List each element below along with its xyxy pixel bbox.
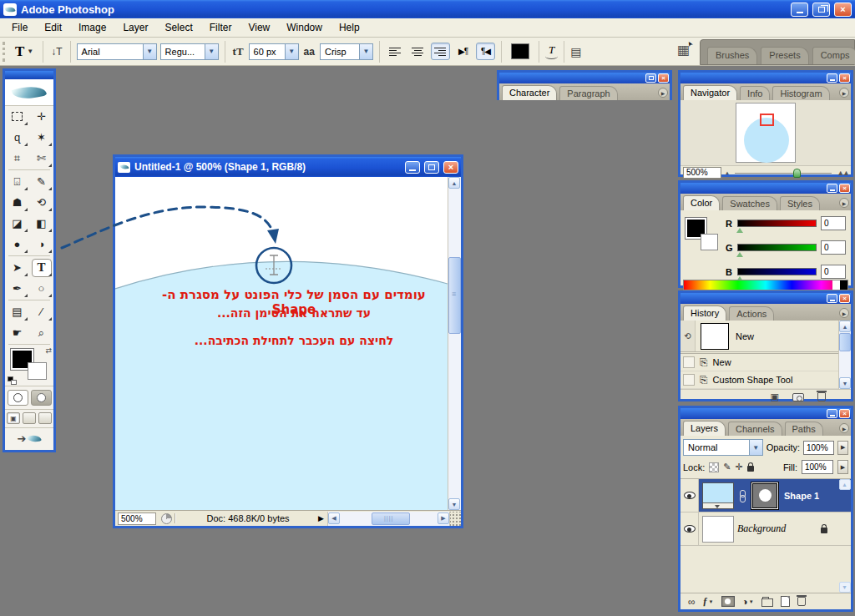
fill-field[interactable]: 100%	[802, 460, 833, 474]
healing-brush-tool[interactable]: ⌺	[5, 171, 29, 192]
new-group-button[interactable]	[761, 598, 773, 607]
tool-preset-picker[interactable]: T ▼	[12, 43, 37, 60]
zoom-percent-field[interactable]: 500%	[118, 512, 156, 525]
history-source-well[interactable]	[683, 356, 695, 368]
link-layers-button[interactable]: ∞	[688, 596, 696, 608]
color-spectrum-ramp[interactable]	[683, 280, 848, 290]
align-left-button[interactable]	[386, 43, 405, 60]
menu-file[interactable]: File	[3, 19, 36, 36]
tab-color[interactable]: Color	[683, 195, 720, 210]
font-size-select[interactable]: 60 px ▼	[249, 43, 299, 60]
palette-minimize-button[interactable]	[827, 184, 837, 193]
history-brush-tool[interactable]: ⟲	[29, 192, 53, 213]
history-scrollbar[interactable]: ▲ ▼	[838, 321, 851, 389]
menu-view[interactable]: View	[240, 19, 278, 36]
rtl-direction-button[interactable]: ¶◀	[476, 43, 495, 60]
well-tab-presets[interactable]: Presets	[761, 47, 808, 64]
history-brush-source-icon[interactable]: ⟲	[680, 321, 696, 351]
blend-mode-select[interactable]: Normal ▼	[683, 439, 763, 456]
status-flyout-arrow[interactable]: ▶	[318, 514, 324, 523]
canvas[interactable]: עומדים עם הסמן של כלי הפונט על מסגרת ה- …	[115, 177, 448, 510]
clone-stamp-tool[interactable]: ☗	[5, 192, 29, 213]
fullscreen-button[interactable]	[38, 412, 52, 424]
layer-row-background[interactable]: Background	[680, 512, 851, 546]
background-color-swatch[interactable]	[701, 234, 718, 250]
palette-maximize-button[interactable]	[645, 73, 656, 83]
new-document-from-state-button[interactable]: ▣	[771, 391, 779, 402]
font-family-select[interactable]: Arial ▼	[77, 43, 157, 60]
rectangular-marquee-tool[interactable]	[5, 106, 29, 127]
chevron-down-icon[interactable]: ▼	[749, 440, 762, 455]
delete-layer-button[interactable]	[797, 597, 806, 606]
slider-thumb[interactable]	[736, 249, 743, 257]
warp-text-button[interactable]: T	[545, 43, 558, 60]
fullscreen-menubar-button[interactable]	[23, 412, 36, 424]
slice-tool[interactable]: ✄	[29, 148, 53, 169]
default-colors-icon[interactable]	[8, 376, 17, 385]
go-to-bridge-button[interactable]: ▦	[677, 42, 690, 58]
anti-alias-select[interactable]: Crisp ▼	[320, 43, 373, 60]
magic-wand-tool[interactable]: ✶	[29, 127, 53, 148]
visibility-cell[interactable]	[680, 512, 699, 545]
green-value-field[interactable]: 0	[821, 240, 846, 255]
scroll-left-icon[interactable]: ◀	[328, 512, 340, 524]
menu-filter[interactable]: Filter	[201, 19, 240, 36]
tab-channels[interactable]: Channels	[728, 422, 782, 436]
lasso-tool[interactable]: ɋ	[5, 127, 29, 148]
document-titlebar[interactable]: Untitled-1 @ 500% (Shape 1, RGB/8) ×	[115, 157, 461, 177]
scrollbar-thumb[interactable]	[839, 333, 851, 351]
scroll-down-icon[interactable]: ▼	[448, 498, 460, 510]
palette-minimize-button[interactable]	[827, 409, 837, 418]
scroll-down-icon[interactable]: ▼	[839, 582, 851, 593]
zoom-tool[interactable]: ⌕	[29, 322, 53, 343]
vector-mask-thumbnail[interactable]	[752, 483, 777, 508]
snapshot-row[interactable]: ⟲ New	[680, 321, 851, 354]
well-tab-comps[interactable]: Comps	[812, 47, 855, 64]
lock-pixels-icon[interactable]: ✎	[723, 462, 731, 472]
scroll-right-icon[interactable]: ▶	[438, 512, 449, 524]
chevron-down-icon[interactable]: ▼	[285, 44, 298, 59]
palette-close-button[interactable]: ×	[658, 73, 669, 83]
horizontal-scrollbar[interactable]: ◀ ▶	[327, 512, 449, 526]
font-style-select[interactable]: Regu... ▼	[160, 43, 219, 60]
history-state-row[interactable]: ⎘ New	[680, 354, 851, 371]
palette-menu-icon[interactable]: ▶	[839, 308, 849, 318]
tab-styles[interactable]: Styles	[780, 196, 820, 210]
add-layer-mask-button[interactable]	[721, 596, 735, 607]
doc-maximize-button[interactable]	[424, 161, 439, 174]
menu-image[interactable]: Image	[70, 19, 114, 36]
vertical-scrollbar[interactable]: ▲ ▼	[448, 177, 461, 510]
edit-in-imageready-button[interactable]: ➔	[5, 427, 53, 450]
doc-minimize-button[interactable]	[405, 161, 420, 174]
eraser-tool[interactable]: ◪	[5, 213, 29, 234]
history-titlebar[interactable]: ×	[680, 293, 851, 304]
text-color-swatch[interactable]	[511, 43, 529, 59]
slider-thumb[interactable]	[793, 169, 801, 178]
menu-layer[interactable]: Layer	[114, 19, 156, 36]
shape-tool[interactable]: ○	[29, 278, 53, 299]
tab-swatches[interactable]: Swatches	[722, 196, 777, 210]
tab-navigator[interactable]: Navigator	[683, 85, 737, 100]
palette-menu-icon[interactable]: ▶	[839, 198, 849, 208]
background-color-swatch[interactable]	[28, 362, 47, 380]
red-value-field[interactable]: 0	[821, 216, 846, 230]
crop-tool[interactable]: ⌗	[5, 148, 29, 169]
notes-tool[interactable]: ▤	[5, 301, 29, 322]
palette-close-button[interactable]: ×	[839, 294, 850, 303]
scroll-up-icon[interactable]: ▲	[839, 321, 851, 332]
palette-minimize-button[interactable]	[827, 73, 837, 83]
vector-mask-link-icon[interactable]	[739, 490, 746, 502]
scroll-up-icon[interactable]: ▲	[839, 479, 851, 490]
scrollbar-thumb[interactable]	[448, 257, 461, 334]
standard-mode-button[interactable]	[8, 390, 28, 406]
well-tab-brushes[interactable]: Brushes	[707, 47, 757, 64]
align-right-button[interactable]	[431, 43, 450, 60]
brush-tool[interactable]: ✎	[29, 171, 53, 192]
palette-minimize-button[interactable]	[827, 294, 837, 303]
red-slider[interactable]	[737, 220, 817, 227]
minimize-button[interactable]	[791, 3, 808, 17]
new-snapshot-button[interactable]	[792, 393, 804, 401]
scrollbar-thumb[interactable]	[372, 512, 410, 525]
close-button[interactable]: ×	[834, 3, 852, 17]
chevron-down-icon[interactable]: ▼	[205, 44, 218, 59]
